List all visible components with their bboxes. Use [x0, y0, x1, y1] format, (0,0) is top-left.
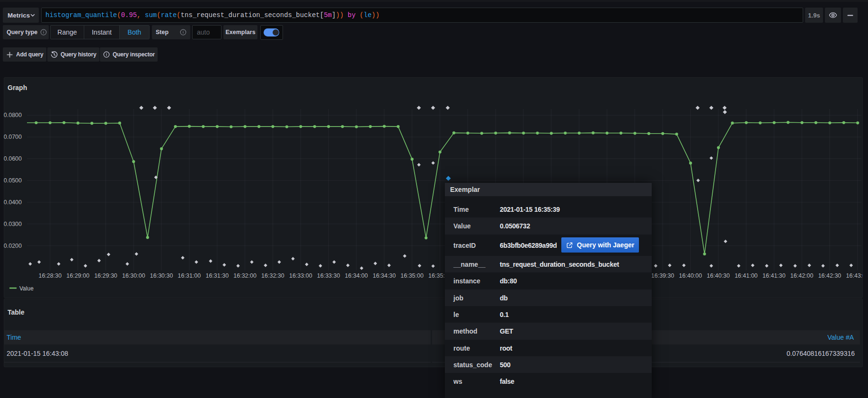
- svg-text:16:35:00: 16:35:00: [400, 272, 424, 279]
- svg-text:16:41:30: 16:41:30: [762, 272, 786, 279]
- svg-text:16:42:00: 16:42:00: [790, 272, 814, 279]
- svg-text:16:43:00: 16:43:00: [846, 272, 863, 279]
- svg-text:16:34:30: 16:34:30: [372, 272, 396, 279]
- svg-text:16:32:30: 16:32:30: [261, 272, 284, 279]
- svg-text:0.0600: 0.0600: [4, 155, 22, 162]
- svg-text:16:41:00: 16:41:00: [735, 272, 758, 279]
- svg-text:0.0400: 0.0400: [4, 199, 22, 206]
- svg-text:16:30:30: 16:30:30: [150, 272, 173, 279]
- svg-text:16:29:00: 16:29:00: [66, 272, 89, 279]
- svg-text:16:31:30: 16:31:30: [205, 272, 229, 279]
- svg-text:0.0800: 0.0800: [4, 112, 22, 118]
- svg-text:Value: Value: [19, 285, 34, 292]
- svg-text:0.0700: 0.0700: [4, 134, 22, 140]
- svg-text:16:33:30: 16:33:30: [317, 272, 340, 279]
- svg-text:0.0500: 0.0500: [4, 177, 22, 184]
- svg-text:16:39:30: 16:39:30: [651, 272, 674, 279]
- svg-text:16:40:30: 16:40:30: [707, 272, 730, 279]
- svg-text:16:31:00: 16:31:00: [178, 272, 201, 279]
- svg-text:16:32:00: 16:32:00: [233, 272, 257, 279]
- svg-text:16:34:00: 16:34:00: [345, 272, 368, 279]
- svg-text:0.0200: 0.0200: [4, 243, 22, 249]
- svg-text:16:30:00: 16:30:00: [122, 272, 145, 279]
- svg-text:16:40:00: 16:40:00: [679, 272, 702, 279]
- svg-text:16:28:30: 16:28:30: [38, 272, 62, 279]
- svg-text:16:42:30: 16:42:30: [818, 272, 841, 279]
- svg-text:0.0300: 0.0300: [4, 221, 22, 227]
- svg-text:16:33:00: 16:33:00: [289, 272, 312, 279]
- svg-text:16:29:30: 16:29:30: [94, 272, 117, 279]
